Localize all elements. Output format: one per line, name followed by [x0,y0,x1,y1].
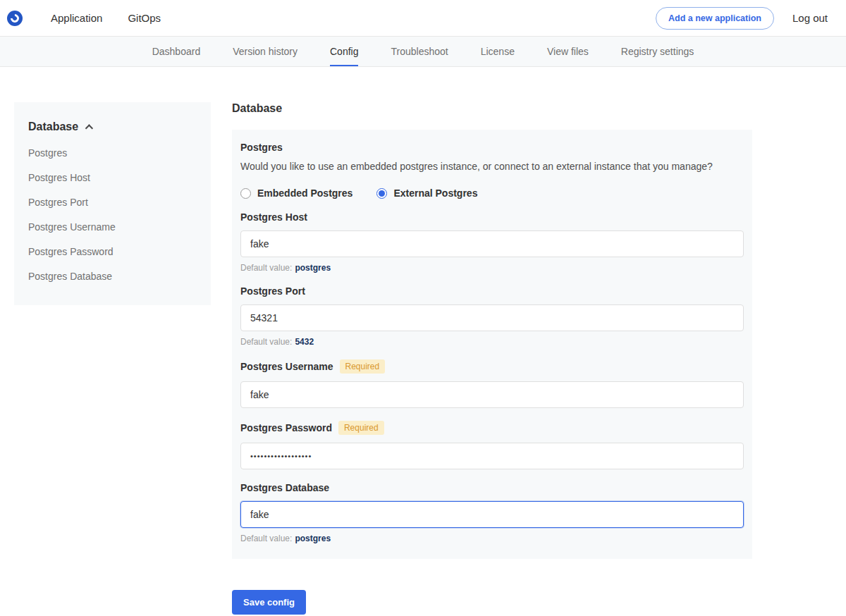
postgres-username-label: Postgres Username Required [240,359,744,374]
postgres-password-input[interactable] [240,443,744,469]
default-prefix: Default value: [240,534,292,543]
default-prefix: Default value: [240,337,292,347]
field-label-text: Postgres Port [240,285,305,297]
default-value: postgres [295,263,331,273]
field-label-text: Postgres Username [240,361,333,372]
postgres-database-label: Postgres Database [240,482,744,493]
postgres-database-input[interactable] [240,501,744,528]
radio-embedded-postgres[interactable]: Embedded Postgres [240,187,352,199]
sidebar-items: Postgres Postgres Host Postgres Port Pos… [28,147,197,282]
field-label-text: Postgres Password [240,422,332,433]
postgres-port-default: Default value:5432 [240,337,744,347]
postgres-host-label: Postgres Host [240,211,744,223]
default-value: postgres [295,534,331,543]
required-badge: Required [338,421,384,435]
tab-license[interactable]: License [481,37,515,66]
sidebar-group-database[interactable]: Database [28,121,197,133]
postgres-password-label: Postgres Password Required [240,421,744,435]
sidebar-item-postgres-host[interactable]: Postgres Host [28,172,197,183]
content-area: Database Postgres Postgres Host Postgres… [0,67,846,616]
sidebar-item-postgres-password[interactable]: Postgres Password [28,246,197,257]
radio-label: External Postgres [393,187,477,199]
postgres-username-input[interactable] [240,381,744,408]
postgres-host-input[interactable] [240,230,744,257]
header-tabs: Application GitOps [51,12,161,24]
default-prefix: Default value: [240,263,292,273]
required-badge: Required [340,359,386,374]
page-title: Database [232,102,752,115]
tab-version-history[interactable]: Version history [233,37,298,66]
database-config-panel: Postgres Would you like to use an embedd… [232,130,752,559]
logout-button[interactable]: Log out [792,12,828,24]
postgres-port-input[interactable] [240,304,744,331]
sidebar-item-postgres-username[interactable]: Postgres Username [28,221,197,233]
subnav: Dashboard Version history Config Trouble… [0,37,846,67]
sidebar-item-postgres-database[interactable]: Postgres Database [28,271,197,282]
radio-external-postgres[interactable]: External Postgres [376,187,477,199]
tab-config[interactable]: Config [330,37,358,66]
radio-label: Embedded Postgres [257,187,352,199]
config-main: Database Postgres Would you like to use … [232,102,752,615]
tab-view-files[interactable]: View files [547,37,589,66]
tab-application[interactable]: Application [51,12,102,24]
postgres-port-label: Postgres Port [240,285,744,297]
default-value: 5432 [295,337,314,347]
postgres-mode-radio-group: Embedded Postgres External Postgres [240,187,744,199]
field-label-text: Postgres Database [240,482,329,493]
replicated-logo-icon [7,11,23,26]
header-right: Add a new application Log out [656,7,828,30]
radio-circle-selected[interactable] [376,188,387,199]
postgres-help-text: Would you like to use an embedded postgr… [240,159,744,173]
sidebar-item-postgres-port[interactable]: Postgres Port [28,197,197,208]
chevron-up-icon [85,124,93,132]
sidebar-group-label: Database [28,121,78,133]
save-config-button[interactable]: Save config [232,590,306,615]
add-application-button[interactable]: Add a new application [656,7,774,30]
radio-circle-unselected[interactable] [240,188,251,199]
postgres-database-default: Default value:postgres [240,534,744,543]
config-sidebar: Database Postgres Postgres Host Postgres… [14,102,211,305]
tab-troubleshoot[interactable]: Troubleshoot [391,37,448,66]
postgres-group-label: Postgres [240,142,744,153]
tab-registry-settings[interactable]: Registry settings [621,37,694,66]
sidebar-item-postgres[interactable]: Postgres [28,147,197,159]
field-label-text: Postgres Host [240,211,307,223]
postgres-host-default: Default value:postgres [240,263,744,273]
top-header: Application GitOps Add a new application… [0,0,846,37]
tab-dashboard[interactable]: Dashboard [152,37,201,66]
tab-gitops[interactable]: GitOps [128,12,161,24]
